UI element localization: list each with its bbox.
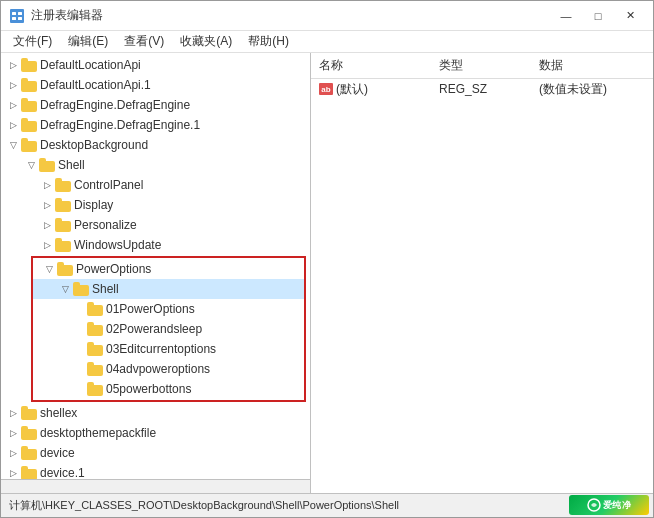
details-scroll[interactable]: ab (默认) REG_SZ (数值未设置) [311, 79, 653, 493]
tree-item-02powerandsleep[interactable]: ▷ 02Powerandsleep [33, 319, 304, 339]
tree-item-defragengine[interactable]: ▷ DefragEngine.DefragEngine [1, 95, 310, 115]
tree-item-04advpoweroptions[interactable]: ▷ 04advpoweroptions [33, 359, 304, 379]
col-header-type[interactable]: 类型 [431, 55, 531, 76]
maximize-button[interactable]: □ [583, 6, 613, 26]
tree-item-01poweroptions[interactable]: ▷ 01PowerOptions [33, 299, 304, 319]
folder-icon [87, 342, 103, 356]
svg-rect-1 [12, 12, 16, 15]
tree-label: DefaultLocationApi [40, 58, 141, 72]
expand-icon: ▷ [5, 405, 21, 421]
minimize-button[interactable]: — [551, 6, 581, 26]
menu-edit[interactable]: 编辑(E) [60, 31, 116, 52]
tree-label: DefragEngine.DefragEngine [40, 98, 190, 112]
expand-icon: ▷ [5, 57, 21, 73]
highlight-region: ▽ PowerOptions ▽ Shell ▷ 01PowerO [31, 256, 306, 402]
expand-icon: ▷ [39, 197, 55, 213]
tree-item-windowsupdate[interactable]: ▷ WindowsUpdate [1, 235, 310, 255]
svg-rect-0 [10, 9, 24, 23]
tree-item-personalize[interactable]: ▷ Personalize [1, 215, 310, 235]
folder-icon [39, 158, 55, 172]
menu-help[interactable]: 帮助(H) [240, 31, 297, 52]
detail-cell-data: (数值未设置) [531, 81, 653, 98]
tree-item-desktopthemepackfile[interactable]: ▷ desktopthemepackfile [1, 423, 310, 443]
tree-item-display[interactable]: ▷ Display [1, 195, 310, 215]
col-header-data[interactable]: 数据 [531, 55, 653, 76]
folder-icon [21, 118, 37, 132]
tree-label: PowerOptions [76, 262, 151, 276]
tree-label: 05powerbottons [106, 382, 191, 396]
folder-icon [21, 78, 37, 92]
folder-icon [87, 382, 103, 396]
tree-item-shellex[interactable]: ▷ shellex [1, 403, 310, 423]
detail-name-label: (默认) [336, 81, 368, 98]
folder-icon [87, 362, 103, 376]
tree-item-defaultlocationapi[interactable]: ▷ DefaultLocationApi [1, 55, 310, 75]
registry-editor-window: 注册表编辑器 — □ ✕ 文件(F) 编辑(E) 查看(V) 收藏夹(A) 帮助… [0, 0, 654, 518]
expand-icon: ▽ [41, 261, 57, 277]
app-icon [9, 8, 25, 24]
detail-cell-name: ab (默认) [311, 81, 431, 98]
folder-icon [87, 322, 103, 336]
folder-icon [73, 282, 89, 296]
tree-hscroll[interactable] [1, 479, 310, 493]
tree-label: Personalize [74, 218, 137, 232]
tree-label: WindowsUpdate [74, 238, 161, 252]
tree-label: 01PowerOptions [106, 302, 195, 316]
expand-icon: ▽ [23, 157, 39, 173]
tree-item-poweroptions[interactable]: ▽ PowerOptions [33, 259, 304, 279]
expand-icon: ▷ [5, 465, 21, 479]
tree-label: Shell [58, 158, 85, 172]
folder-icon [21, 426, 37, 440]
tree-item-device[interactable]: ▷ device [1, 443, 310, 463]
window-controls: — □ ✕ [551, 6, 645, 26]
tree-label: DesktopBackground [40, 138, 148, 152]
menu-file[interactable]: 文件(F) [5, 31, 60, 52]
details-header: 名称 类型 数据 [311, 53, 653, 79]
expand-icon: ▷ [5, 117, 21, 133]
detail-row-default[interactable]: ab (默认) REG_SZ (数值未设置) [311, 79, 653, 99]
expand-icon: ▽ [57, 281, 73, 297]
tree-item-05powerbottons[interactable]: ▷ 05powerbottons [33, 379, 304, 399]
tree-item-shell-poweroptions[interactable]: ▽ Shell [33, 279, 304, 299]
folder-icon [87, 302, 103, 316]
tree-item-desktopbackground[interactable]: ▽ DesktopBackground [1, 135, 310, 155]
detail-cell-type: REG_SZ [431, 82, 531, 96]
folder-icon [55, 218, 71, 232]
folder-icon [21, 446, 37, 460]
tree-label: ControlPanel [74, 178, 143, 192]
menubar: 文件(F) 编辑(E) 查看(V) 收藏夹(A) 帮助(H) [1, 31, 653, 53]
folder-icon [55, 198, 71, 212]
tree-label: Shell [92, 282, 119, 296]
svg-rect-4 [18, 17, 22, 20]
menu-view[interactable]: 查看(V) [116, 31, 172, 52]
tree-label: DefaultLocationApi.1 [40, 78, 151, 92]
tree-item-device1[interactable]: ▷ device.1 [1, 463, 310, 479]
tree-label: desktopthemepackfile [40, 426, 156, 440]
tree-scroll[interactable]: ▷ DefaultLocationApi ▷ DefaultLocationAp… [1, 53, 310, 479]
statusbar: 计算机\HKEY_CLASSES_ROOT\DesktopBackground\… [1, 493, 653, 517]
tree-item-defaultlocationapi1[interactable]: ▷ DefaultLocationApi.1 [1, 75, 310, 95]
tree-item-defragengine1[interactable]: ▷ DefragEngine.DefragEngine.1 [1, 115, 310, 135]
tree-item-03editcurrentoptions[interactable]: ▷ 03Editcurrentoptions [33, 339, 304, 359]
close-button[interactable]: ✕ [615, 6, 645, 26]
svg-rect-3 [12, 17, 16, 20]
titlebar: 注册表编辑器 — □ ✕ [1, 1, 653, 31]
folder-icon [21, 466, 37, 479]
expand-icon: ▷ [39, 217, 55, 233]
tree-item-controlpanel[interactable]: ▷ ControlPanel [1, 175, 310, 195]
tree-label: Display [74, 198, 113, 212]
expand-icon: ▷ [5, 425, 21, 441]
expand-icon: ▷ [5, 445, 21, 461]
expand-icon: ▽ [5, 137, 21, 153]
tree-label: 03Editcurrentoptions [106, 342, 216, 356]
folder-icon [55, 238, 71, 252]
svg-rect-2 [18, 12, 22, 15]
folder-icon [21, 138, 37, 152]
col-header-name[interactable]: 名称 [311, 55, 431, 76]
tree-label: device.1 [40, 466, 85, 479]
status-path: 计算机\HKEY_CLASSES_ROOT\DesktopBackground\… [9, 498, 399, 513]
tree-label: device [40, 446, 75, 460]
tree-item-shell-desktop[interactable]: ▽ Shell [1, 155, 310, 175]
watermark-text: 爱纯净 [603, 499, 632, 512]
menu-favorites[interactable]: 收藏夹(A) [172, 31, 240, 52]
